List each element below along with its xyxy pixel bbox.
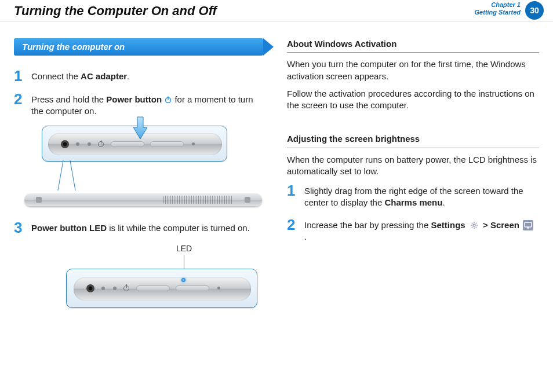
audio-jack-icon [86, 284, 94, 292]
chapter-line1: Chapter 1 [475, 1, 521, 9]
chapter-line2: Getting Started [475, 9, 521, 16]
device-side-edge-led [74, 277, 251, 301]
brightness-step-1: 1 Slightly drag from the right edge of t… [287, 183, 539, 209]
bs2-gt: > [481, 220, 490, 230]
brightness-step-2: 2 Increase the bar by pressing the Setti… [287, 217, 539, 243]
led-label: LED [176, 243, 192, 254]
activation-p2: Follow the activation procedures accordi… [287, 88, 539, 112]
subtitle-brightness: Adjusting the screen brightness [287, 133, 539, 145]
power-icon [164, 95, 172, 103]
svg-rect-3 [525, 222, 532, 227]
step-1-post: . [127, 71, 129, 81]
screen-monitor-icon [523, 220, 533, 230]
brightness-step-1-number: 1 [287, 183, 296, 209]
led-dot-icon [181, 278, 185, 282]
left-column: Turning the computer on 1 Connect the AC… [14, 38, 266, 313]
header: Turning the Computer On and Off Chapter … [0, 0, 553, 22]
svg-point-2 [473, 224, 475, 226]
step-3-text: Power button LED is lit while the comput… [31, 220, 250, 235]
power-button-slot [136, 285, 170, 291]
settings-gear-icon [469, 220, 479, 230]
step-1-bold: AC adapter [81, 71, 127, 81]
activation-p1: When you turn the computer on for the fi… [287, 58, 539, 82]
brightness-p1: When the computer runs on battery power,… [287, 154, 539, 178]
step-2-number: 2 [14, 91, 23, 118]
callout-zoom-box [42, 126, 227, 162]
speaker-grille-icon [163, 196, 233, 204]
bs2-bold2: Screen [490, 220, 519, 230]
divider [287, 148, 539, 148]
indicator-dot [217, 287, 220, 290]
bs1-bold: Charms menu [384, 197, 442, 207]
step-3-number: 3 [14, 220, 23, 235]
illustration-led: LED [66, 243, 257, 313]
step-2: 2 Press and hold the Power button for a … [14, 91, 266, 118]
step-2-pre: Press and hold the [31, 94, 106, 104]
step-3-bold: Power button LED [31, 223, 107, 233]
content-columns: Turning the computer on 1 Connect the AC… [0, 22, 553, 313]
indicator-dot [88, 142, 91, 146]
callout-zoom-box-led [66, 269, 257, 308]
brightness-step-2-number: 2 [287, 217, 296, 243]
chapter-info: Chapter 1 Getting Started [475, 1, 521, 16]
subtitle-activation: About Windows Activation [287, 38, 539, 50]
bs2-bold1: Settings [431, 220, 465, 230]
indicator-dot [76, 142, 79, 146]
bs2-post: . [304, 232, 307, 241]
volume-rocker-slot [176, 285, 209, 291]
right-column: About Windows Activation When you turn t… [287, 38, 539, 313]
brightness-step-2-text: Increase the bar by pressing the Setting… [304, 217, 539, 243]
svg-rect-4 [527, 228, 529, 229]
power-symbol-icon [98, 141, 104, 147]
step-1-number: 1 [14, 68, 23, 83]
step-1-text: Connect the AC adapter. [31, 68, 129, 83]
bs2-pre: Increase the bar by pressing the [304, 220, 431, 230]
indicator-dot [192, 142, 195, 145]
step-3: 3 Power button LED is lit while the comp… [14, 220, 266, 235]
section-heading-turning-on: Turning the computer on [14, 38, 263, 56]
indicator-dot [113, 287, 117, 290]
indicator-dot [101, 287, 105, 290]
illustration-power-button [24, 126, 262, 210]
bs1-post: . [442, 197, 445, 207]
device-full-edge [24, 193, 262, 206]
volume-rocker-slot [150, 141, 184, 147]
step-1: 1 Connect the AC adapter. [14, 68, 266, 83]
step-2-bold: Power button [106, 94, 162, 104]
callout-pointer [60, 160, 73, 190]
divider [287, 52, 539, 53]
audio-jack-icon [61, 140, 69, 148]
page-title: Turning the Computer On and Off [14, 2, 217, 20]
power-symbol-icon [123, 285, 129, 291]
step-3-post: is lit while the computer is turned on. [107, 223, 250, 233]
step-2-text: Press and hold the Power button for a mo… [31, 91, 266, 118]
step-1-pre: Connect the [31, 71, 81, 81]
brightness-step-1-text: Slightly drag from the right edge of the… [304, 183, 539, 209]
page-number-badge: 30 [525, 1, 544, 20]
press-arrow-icon [132, 116, 148, 143]
